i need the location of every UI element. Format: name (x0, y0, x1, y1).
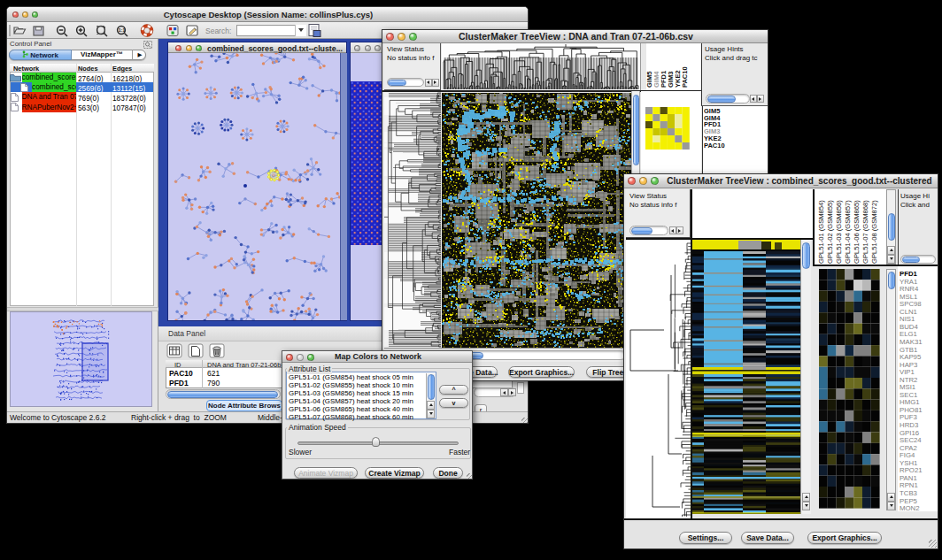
svg-text:GPL51-04 (GSM857): GPL51-04 (GSM857) (844, 200, 852, 264)
svg-text:PAC10: PAC10 (681, 66, 689, 88)
svg-text:1:1: 1:1 (119, 27, 126, 33)
svg-text:GPL51-06 (GSM865): GPL51-06 (GSM865) (853, 200, 861, 264)
svg-text:GPL51-07 (GSM868): GPL51-07 (GSM868) (861, 200, 869, 264)
svg-text:GPL51-08 (GSM872): GPL51-08 (GSM872) (870, 200, 878, 264)
svg-text:GPL51-03 (GSM856): GPL51-03 (GSM856) (835, 200, 843, 264)
svg-text:GPL51-02 (GSM855): GPL51-02 (GSM855) (826, 200, 834, 264)
svg-text:GPL51-01 (GSM854): GPL51-01 (GSM854) (817, 200, 825, 264)
